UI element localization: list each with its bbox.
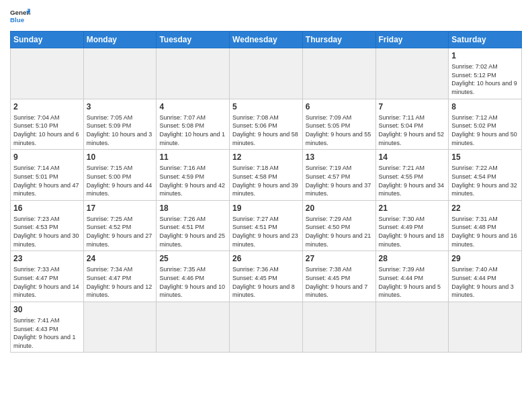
- day-number: 16: [13, 203, 81, 214]
- day-info: Sunrise: 7:26 AM Sunset: 4:51 PM Dayligh…: [159, 215, 226, 248]
- day-number: 10: [87, 152, 154, 163]
- day-number: 3: [87, 101, 154, 112]
- calendar-day-cell: 25Sunrise: 7:35 AM Sunset: 4:46 PM Dayli…: [157, 251, 230, 302]
- calendar-day-cell: [375, 302, 449, 353]
- calendar-day-cell: 13Sunrise: 7:19 AM Sunset: 4:57 PM Dayli…: [302, 150, 375, 201]
- calendar-day-cell: 5Sunrise: 7:08 AM Sunset: 5:06 PM Daylig…: [230, 99, 303, 150]
- calendar-day-cell: 19Sunrise: 7:27 AM Sunset: 4:51 PM Dayli…: [230, 200, 303, 251]
- calendar-day-cell: [157, 48, 230, 99]
- day-number: 2: [13, 101, 81, 112]
- calendar-day-cell: [83, 48, 157, 99]
- calendar-week-row: 30Sunrise: 7:41 AM Sunset: 4:43 PM Dayli…: [11, 302, 522, 353]
- day-info: Sunrise: 7:14 AM Sunset: 5:01 PM Dayligh…: [13, 164, 81, 197]
- logo: General Blue: [10, 7, 30, 27]
- day-number: 29: [451, 253, 519, 264]
- calendar-day-cell: 10Sunrise: 7:15 AM Sunset: 5:00 PM Dayli…: [83, 150, 157, 201]
- day-info: Sunrise: 7:25 AM Sunset: 4:52 PM Dayligh…: [87, 215, 154, 248]
- day-number: 21: [379, 203, 446, 214]
- calendar-day-cell: 30Sunrise: 7:41 AM Sunset: 4:43 PM Dayli…: [11, 302, 84, 353]
- calendar-day-cell: 6Sunrise: 7:09 AM Sunset: 5:05 PM Daylig…: [302, 99, 375, 150]
- logo-icon: General Blue: [10, 7, 30, 27]
- day-info: Sunrise: 7:19 AM Sunset: 4:57 PM Dayligh…: [306, 164, 373, 197]
- calendar-day-cell: 3Sunrise: 7:05 AM Sunset: 5:09 PM Daylig…: [83, 99, 157, 150]
- calendar-day-cell: 14Sunrise: 7:21 AM Sunset: 4:55 PM Dayli…: [375, 150, 449, 201]
- day-number: 18: [159, 203, 226, 214]
- day-number: 17: [87, 203, 154, 214]
- calendar-day-cell: 27Sunrise: 7:38 AM Sunset: 4:45 PM Dayli…: [302, 251, 375, 302]
- day-info: Sunrise: 7:31 AM Sunset: 4:48 PM Dayligh…: [451, 215, 519, 248]
- weekday-header-wednesday: Wednesday: [230, 32, 303, 48]
- calendar-day-cell: 17Sunrise: 7:25 AM Sunset: 4:52 PM Dayli…: [83, 200, 157, 251]
- calendar-day-cell: [230, 48, 303, 99]
- day-number: 28: [379, 253, 446, 264]
- day-number: 26: [232, 253, 300, 264]
- day-info: Sunrise: 7:04 AM Sunset: 5:10 PM Dayligh…: [13, 113, 81, 147]
- weekday-header-friday: Friday: [375, 32, 449, 48]
- day-number: 25: [159, 253, 226, 264]
- calendar-day-cell: 26Sunrise: 7:36 AM Sunset: 4:45 PM Dayli…: [230, 251, 303, 302]
- svg-text:Blue: Blue: [10, 16, 25, 24]
- day-info: Sunrise: 7:09 AM Sunset: 5:05 PM Dayligh…: [306, 113, 373, 147]
- day-number: 14: [379, 152, 446, 163]
- day-info: Sunrise: 7:22 AM Sunset: 4:54 PM Dayligh…: [451, 164, 519, 197]
- day-info: Sunrise: 7:30 AM Sunset: 4:49 PM Dayligh…: [379, 215, 446, 248]
- day-info: Sunrise: 7:02 AM Sunset: 5:12 PM Dayligh…: [451, 62, 519, 96]
- day-number: 9: [13, 152, 81, 163]
- day-info: Sunrise: 7:27 AM Sunset: 4:51 PM Dayligh…: [232, 215, 300, 248]
- calendar-day-cell: 11Sunrise: 7:16 AM Sunset: 4:59 PM Dayli…: [157, 150, 230, 201]
- calendar-day-cell: 16Sunrise: 7:23 AM Sunset: 4:53 PM Dayli…: [11, 200, 84, 251]
- day-info: Sunrise: 7:12 AM Sunset: 5:02 PM Dayligh…: [451, 113, 519, 147]
- calendar-day-cell: 15Sunrise: 7:22 AM Sunset: 4:54 PM Dayli…: [449, 150, 522, 201]
- calendar-day-cell: 23Sunrise: 7:33 AM Sunset: 4:47 PM Dayli…: [11, 251, 84, 302]
- calendar-day-cell: [449, 302, 522, 353]
- day-info: Sunrise: 7:33 AM Sunset: 4:47 PM Dayligh…: [13, 265, 81, 299]
- weekday-header-monday: Monday: [83, 32, 157, 48]
- day-info: Sunrise: 7:41 AM Sunset: 4:43 PM Dayligh…: [13, 316, 81, 350]
- weekday-header-row: SundayMondayTuesdayWednesdayThursdayFrid…: [11, 32, 522, 48]
- day-number: 23: [13, 253, 81, 264]
- day-number: 22: [451, 203, 519, 214]
- day-info: Sunrise: 7:21 AM Sunset: 4:55 PM Dayligh…: [379, 164, 446, 197]
- weekday-header-thursday: Thursday: [302, 32, 375, 48]
- day-info: Sunrise: 7:39 AM Sunset: 4:44 PM Dayligh…: [379, 265, 446, 299]
- day-number: 24: [87, 253, 154, 264]
- calendar-day-cell: 12Sunrise: 7:18 AM Sunset: 4:58 PM Dayli…: [230, 150, 303, 201]
- calendar-day-cell: 24Sunrise: 7:34 AM Sunset: 4:47 PM Dayli…: [83, 251, 157, 302]
- day-info: Sunrise: 7:36 AM Sunset: 4:45 PM Dayligh…: [232, 265, 300, 299]
- calendar-day-cell: 7Sunrise: 7:11 AM Sunset: 5:04 PM Daylig…: [375, 99, 449, 150]
- calendar-day-cell: 20Sunrise: 7:29 AM Sunset: 4:50 PM Dayli…: [302, 200, 375, 251]
- calendar-day-cell: 18Sunrise: 7:26 AM Sunset: 4:51 PM Dayli…: [157, 200, 230, 251]
- calendar-day-cell: [157, 302, 230, 353]
- day-info: Sunrise: 7:08 AM Sunset: 5:06 PM Dayligh…: [232, 113, 300, 147]
- day-number: 30: [13, 304, 81, 315]
- calendar-day-cell: [83, 302, 157, 353]
- day-number: 27: [306, 253, 373, 264]
- day-number: 1: [451, 50, 519, 61]
- calendar-day-cell: 21Sunrise: 7:30 AM Sunset: 4:49 PM Dayli…: [375, 200, 449, 251]
- day-number: 4: [159, 101, 226, 112]
- day-info: Sunrise: 7:40 AM Sunset: 4:44 PM Dayligh…: [451, 265, 519, 299]
- calendar-week-row: 9Sunrise: 7:14 AM Sunset: 5:01 PM Daylig…: [11, 150, 522, 201]
- calendar-day-cell: [302, 302, 375, 353]
- calendar-day-cell: [302, 48, 375, 99]
- page-header: General Blue: [10, 7, 522, 27]
- day-number: 19: [232, 203, 300, 214]
- day-info: Sunrise: 7:18 AM Sunset: 4:58 PM Dayligh…: [232, 164, 300, 197]
- calendar-day-cell: [230, 302, 303, 353]
- day-number: 7: [379, 101, 446, 112]
- day-number: 12: [232, 152, 300, 163]
- day-info: Sunrise: 7:23 AM Sunset: 4:53 PM Dayligh…: [13, 215, 81, 248]
- calendar-week-row: 23Sunrise: 7:33 AM Sunset: 4:47 PM Dayli…: [11, 251, 522, 302]
- day-info: Sunrise: 7:05 AM Sunset: 5:09 PM Dayligh…: [87, 113, 154, 147]
- day-number: 11: [159, 152, 226, 163]
- calendar-day-cell: 1Sunrise: 7:02 AM Sunset: 5:12 PM Daylig…: [449, 48, 522, 99]
- calendar-day-cell: 22Sunrise: 7:31 AM Sunset: 4:48 PM Dayli…: [449, 200, 522, 251]
- calendar-day-cell: 2Sunrise: 7:04 AM Sunset: 5:10 PM Daylig…: [11, 99, 84, 150]
- day-number: 5: [232, 101, 300, 112]
- calendar-week-row: 2Sunrise: 7:04 AM Sunset: 5:10 PM Daylig…: [11, 99, 522, 150]
- calendar-day-cell: [11, 48, 84, 99]
- day-info: Sunrise: 7:34 AM Sunset: 4:47 PM Dayligh…: [87, 265, 154, 299]
- calendar-day-cell: 4Sunrise: 7:07 AM Sunset: 5:08 PM Daylig…: [157, 99, 230, 150]
- day-info: Sunrise: 7:11 AM Sunset: 5:04 PM Dayligh…: [379, 113, 446, 147]
- day-info: Sunrise: 7:35 AM Sunset: 4:46 PM Dayligh…: [159, 265, 226, 299]
